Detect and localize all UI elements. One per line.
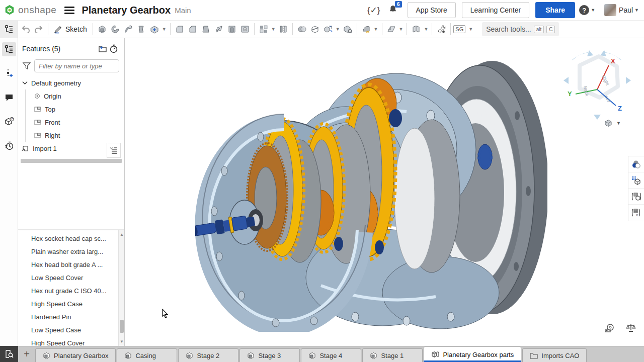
sweep-icon[interactable] bbox=[122, 23, 135, 36]
scroll-up-icon[interactable]: ▲ bbox=[119, 232, 125, 237]
share-button[interactable]: Share bbox=[535, 2, 575, 18]
tree-item-front-plane[interactable]: Front bbox=[18, 116, 124, 129]
scroll-down-icon[interactable]: ▼ bbox=[119, 339, 125, 344]
onshape-logo[interactable]: onshape bbox=[4, 5, 56, 16]
split-icon[interactable] bbox=[308, 23, 321, 36]
help-icon: ? bbox=[579, 5, 589, 15]
redo-icon[interactable] bbox=[32, 23, 45, 36]
tools-icon[interactable] bbox=[435, 23, 448, 36]
sheet-metal-caret-icon[interactable]: ▼ bbox=[468, 27, 473, 32]
tab-label: Stage 2 bbox=[197, 352, 219, 359]
variables-panel-button[interactable]: x bbox=[628, 205, 644, 221]
filter-input[interactable] bbox=[34, 59, 119, 72]
boss-dropdown-caret-icon[interactable]: ▼ bbox=[162, 27, 167, 32]
modify-dropdown-caret-icon[interactable]: ▼ bbox=[374, 27, 378, 32]
versions-panel-icon[interactable] bbox=[2, 66, 16, 80]
configuration-table-panel-button[interactable] bbox=[628, 189, 644, 205]
main-menu-icon[interactable] bbox=[64, 5, 74, 16]
tree-item-right-plane[interactable]: Right bbox=[18, 129, 124, 142]
part-list-item[interactable]: Hardened Pin bbox=[18, 311, 118, 324]
feature-list-toolbar-toggle[interactable] bbox=[0, 21, 18, 38]
tab-planetary-gearbox-parts[interactable]: Planetary Gearbox parts bbox=[424, 346, 521, 362]
new-tab-button[interactable]: + bbox=[18, 346, 35, 362]
delete-part-icon[interactable] bbox=[341, 23, 354, 36]
tree-item-default-geometry[interactable]: Default geometry bbox=[18, 76, 124, 89]
mouse-cursor bbox=[162, 309, 169, 319]
tree-item-origin[interactable]: Origin bbox=[18, 89, 124, 103]
draft-icon[interactable] bbox=[199, 23, 212, 36]
rib-icon[interactable] bbox=[212, 23, 225, 36]
pattern-dropdown-caret-icon[interactable]: ▼ bbox=[271, 27, 276, 32]
notification-count-badge: 6 bbox=[395, 1, 402, 8]
mass-properties-icon[interactable] bbox=[625, 322, 637, 334]
add-folder-icon[interactable] bbox=[97, 43, 108, 54]
plane-icon[interactable] bbox=[385, 23, 398, 36]
hole-icon[interactable] bbox=[238, 23, 252, 36]
tab-stage-1[interactable]: Stage 1 bbox=[362, 348, 423, 362]
extrude-icon[interactable] bbox=[96, 23, 109, 36]
versions-merge-icon[interactable]: {✓} bbox=[367, 5, 380, 16]
tab-search-button[interactable] bbox=[0, 346, 18, 362]
origin-icon bbox=[34, 93, 40, 99]
revolve-icon[interactable] bbox=[109, 23, 122, 36]
tab-imports-cao[interactable]: Imports CAO bbox=[522, 348, 587, 362]
part-list-item[interactable]: Hex socket head cap sc... bbox=[18, 232, 118, 245]
help-caret-icon: ▼ bbox=[591, 8, 595, 13]
tab-stage-3[interactable]: Stage 3 bbox=[239, 348, 300, 362]
feature-list-panel-icon[interactable] bbox=[2, 42, 16, 56]
plane-dropdown-caret-icon[interactable]: ▼ bbox=[399, 27, 404, 32]
part-list-item[interactable]: Hex head bolt grade A ... bbox=[18, 258, 118, 272]
stopwatch-icon[interactable] bbox=[108, 43, 119, 54]
app-store-button[interactable]: App Store bbox=[408, 2, 456, 18]
transform-dropdown-caret-icon[interactable]: ▼ bbox=[336, 27, 340, 32]
tab-planetary-gearbox[interactable]: Planetary Gearbox bbox=[35, 348, 116, 362]
rollback-bar[interactable] bbox=[21, 159, 122, 163]
history-panel-icon[interactable] bbox=[2, 139, 16, 153]
view-orientation-button[interactable]: ▼ bbox=[604, 119, 621, 128]
model-viewport[interactable]: X Y Z Right Back Top ▼ bbox=[125, 38, 644, 346]
user-name[interactable]: Paul bbox=[619, 6, 633, 14]
part-list-item[interactable]: Low Speed Case bbox=[18, 324, 118, 337]
configurations-panel-button[interactable] bbox=[628, 172, 644, 189]
surface-icon[interactable] bbox=[410, 23, 423, 36]
measure-icon[interactable] bbox=[604, 322, 616, 334]
tab-casing[interactable]: Casing bbox=[117, 348, 177, 362]
comments-panel-icon[interactable] bbox=[2, 90, 16, 105]
notifications-bell-icon[interactable]: 6 bbox=[388, 5, 397, 16]
sketch-button[interactable]: Sketch bbox=[50, 25, 91, 34]
tab-stage-4[interactable]: Stage 4 bbox=[301, 348, 361, 362]
workspace-name[interactable]: Main bbox=[175, 6, 191, 15]
tab-stage-2[interactable]: Stage 2 bbox=[178, 348, 238, 362]
help-menu[interactable]: ? ▼ bbox=[579, 5, 595, 15]
features-panel-handle[interactable] bbox=[107, 143, 121, 158]
part-list-item[interactable]: Plain washer extra larg... bbox=[18, 245, 118, 258]
learning-center-button[interactable]: Learning Center bbox=[462, 2, 529, 18]
shell-icon[interactable] bbox=[225, 23, 238, 36]
linear-pattern-icon[interactable] bbox=[257, 23, 270, 36]
thicken-icon[interactable] bbox=[148, 23, 161, 36]
follow-mode-icon[interactable]: ? bbox=[2, 115, 16, 129]
part-list-item[interactable]: High Speed Case bbox=[18, 298, 118, 311]
user-avatar[interactable] bbox=[604, 4, 616, 16]
part-list-item[interactable]: Hex nut grade C ISO 40... bbox=[18, 285, 118, 298]
svg-text:?: ? bbox=[11, 117, 13, 121]
surface-dropdown-caret-icon[interactable]: ▼ bbox=[424, 27, 428, 32]
tree-item-top-plane[interactable]: Top bbox=[18, 103, 124, 116]
part-list-item[interactable]: High Speed Cover bbox=[18, 337, 118, 346]
appearance-panel-button[interactable] bbox=[628, 156, 644, 172]
undo-icon[interactable] bbox=[19, 23, 32, 36]
transform-icon[interactable] bbox=[321, 23, 335, 36]
user-menu-caret-icon[interactable]: ▼ bbox=[634, 8, 639, 13]
scrollbar-thumb[interactable] bbox=[120, 320, 124, 333]
boolean-icon[interactable] bbox=[295, 23, 308, 36]
fillet-icon[interactable] bbox=[173, 23, 186, 36]
part-list-item[interactable]: Low Speed Cover bbox=[18, 272, 118, 285]
search-tools-field[interactable]: Search tools... alt C bbox=[482, 22, 559, 36]
view-cube[interactable]: X Y Z Right Back Top ▼ bbox=[559, 45, 635, 126]
chamfer-icon[interactable] bbox=[186, 23, 199, 36]
parts-list-scrollbar[interactable]: ▲ ▼ bbox=[118, 230, 124, 346]
sheet-metal-badge[interactable]: SG bbox=[453, 25, 465, 33]
modify-fillet-icon[interactable] bbox=[360, 23, 373, 36]
mirror-icon[interactable] bbox=[277, 23, 290, 36]
loft-icon[interactable] bbox=[135, 23, 148, 36]
